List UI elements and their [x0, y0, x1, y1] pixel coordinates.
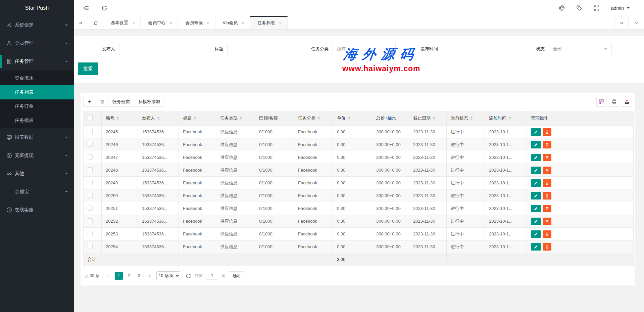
refresh-icon[interactable] — [101, 5, 107, 11]
edit-button[interactable] — [531, 167, 541, 174]
next-page-button[interactable]: › — [146, 273, 153, 279]
tabs-dropdown-button[interactable] — [629, 16, 644, 29]
sort-icon[interactable] — [157, 117, 160, 120]
sidebar-subitem-fund-flow[interactable]: 资金流水 — [0, 71, 74, 85]
summary-cell-publisher — [138, 253, 179, 266]
row-checkbox[interactable] — [88, 244, 93, 249]
row-checkbox[interactable] — [88, 129, 93, 134]
row-checkbox[interactable] — [88, 154, 93, 160]
cell-title: Facebook — [179, 164, 216, 177]
edit-button[interactable] — [531, 128, 541, 136]
delete-button[interactable] — [543, 230, 551, 238]
status-select[interactable]: 全部 — [549, 43, 612, 55]
delete-button[interactable] — [543, 192, 551, 199]
prev-page-button[interactable]: ‹ — [105, 273, 111, 279]
pagination-refresh-icon[interactable] — [186, 273, 191, 279]
sidebar-item-report-data[interactable]: 报表数据 — [0, 128, 74, 146]
edit-button[interactable] — [531, 230, 541, 238]
sidebar-item-online-service[interactable]: 在线客服 — [0, 201, 74, 219]
cell-publisher: 153374536... — [138, 240, 179, 253]
sort-icon[interactable] — [470, 117, 473, 120]
delete-button[interactable] — [543, 154, 551, 161]
edit-button[interactable] — [531, 179, 541, 187]
sidebar-item-recharge-withdraw[interactable]: 充值提现 — [0, 146, 74, 165]
row-checkbox[interactable] — [88, 193, 93, 198]
sort-icon[interactable] — [194, 117, 196, 120]
edit-button[interactable] — [531, 141, 541, 148]
page-number-3[interactable]: 3 — [135, 272, 143, 280]
sort-icon[interactable] — [348, 117, 350, 120]
tab-member-center[interactable]: 会员中心× — [141, 16, 178, 29]
delete-button[interactable] — [543, 128, 551, 136]
sort-icon[interactable] — [508, 117, 511, 120]
close-icon[interactable]: × — [279, 20, 282, 26]
close-icon[interactable]: × — [207, 20, 209, 26]
delete-button[interactable] — [543, 179, 551, 187]
publish-time-input[interactable] — [442, 43, 505, 55]
tab-basic-settings[interactable]: 基本设置× — [103, 16, 141, 29]
row-checkbox[interactable] — [88, 167, 93, 172]
delete-button[interactable] — [543, 167, 551, 174]
goto-page-input[interactable] — [206, 272, 218, 280]
page-number-1[interactable]: 1 — [115, 272, 123, 280]
sidebar-subitem-task-orders[interactable]: 任务订单 — [0, 99, 74, 114]
row-checkbox[interactable] — [88, 180, 93, 185]
search-button[interactable]: 搜索 — [78, 62, 98, 75]
columns-filter-button[interactable] — [596, 97, 606, 107]
row-checkbox[interactable] — [88, 218, 93, 223]
edit-button[interactable] — [531, 192, 541, 199]
cell-publisher: 153374536... — [138, 189, 179, 202]
brand-title: Star Push — [0, 0, 74, 16]
category-select[interactable]: 所有 — [333, 43, 396, 55]
delete-button[interactable] — [543, 141, 551, 148]
row-checkbox[interactable] — [88, 231, 93, 236]
sort-icon[interactable] — [433, 117, 435, 120]
tab-task-list[interactable]: 任务列表× — [250, 16, 287, 29]
sort-icon[interactable] — [116, 117, 119, 120]
menu-fold-icon[interactable] — [83, 5, 89, 11]
tabs-expand-button[interactable]: » — [614, 16, 629, 29]
edit-button[interactable] — [531, 154, 541, 161]
goto-confirm-button[interactable]: 确定 — [229, 271, 244, 280]
close-icon[interactable]: × — [169, 20, 172, 26]
close-icon[interactable]: × — [132, 20, 135, 26]
sidebar-item-system-settings[interactable]: 系统设定 — [0, 16, 74, 34]
page-number-2[interactable]: 2 — [125, 272, 133, 280]
sidebar-item-yuebao[interactable]: 余额宝 — [0, 183, 74, 201]
theme-palette-icon[interactable] — [559, 5, 565, 11]
tab-vip-member[interactable]: Vip会员× — [215, 16, 250, 29]
print-button[interactable] — [609, 97, 619, 107]
add-row-button[interactable]: + — [83, 97, 96, 107]
sidebar-item-task-management[interactable]: 任务管理 — [0, 52, 74, 71]
home-tab[interactable] — [88, 16, 103, 29]
title-input[interactable] — [227, 43, 290, 55]
row-checkbox[interactable] — [88, 206, 93, 211]
sidebar-item-other[interactable]: 其他 — [0, 165, 74, 183]
task-category-button[interactable]: 任务分类 — [108, 97, 134, 107]
page-size-select[interactable]: 10 条/页 — [156, 271, 180, 280]
publisher-input[interactable] — [119, 43, 182, 55]
delete-button[interactable] — [543, 218, 551, 225]
delete-button[interactable] — [543, 205, 551, 212]
select-all-checkbox[interactable] — [88, 115, 93, 120]
sidebar-item-member-management[interactable]: 会员管理 — [0, 34, 74, 52]
tab-member-level[interactable]: 会员等级× — [178, 16, 215, 29]
sidebar-subitem-task-list[interactable]: 任务列表 — [0, 85, 74, 99]
sidebar-subitem-task-templates[interactable]: 任务模板 — [0, 114, 74, 128]
sort-icon[interactable] — [240, 117, 242, 120]
tabs-collapse-button[interactable]: « — [74, 16, 88, 29]
close-icon[interactable]: × — [242, 20, 244, 26]
export-button[interactable] — [622, 97, 632, 107]
fullscreen-icon[interactable] — [594, 5, 600, 11]
edit-button[interactable] — [531, 218, 541, 225]
user-menu[interactable]: admin — [611, 5, 630, 11]
edit-button[interactable] — [531, 205, 541, 212]
delete-selected-button[interactable] — [96, 97, 108, 107]
sort-icon[interactable] — [317, 117, 320, 120]
add-from-template-button[interactable]: 从模板添加 — [134, 97, 164, 107]
delete-button[interactable] — [543, 243, 551, 251]
tag-icon[interactable] — [576, 5, 582, 11]
row-checkbox[interactable] — [88, 142, 93, 147]
edit-button[interactable] — [531, 243, 541, 251]
column-label: 截止日期 — [413, 115, 431, 121]
